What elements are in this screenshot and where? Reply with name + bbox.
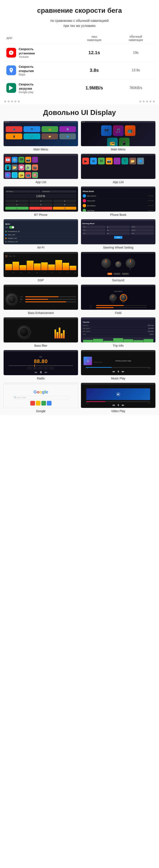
menu-icon[interactable]: 🔷	[59, 133, 76, 140]
app-icon[interactable]: 🌐	[12, 172, 17, 178]
bass-slider-track[interactable]	[25, 302, 76, 302]
menu-icon-large[interactable]: 🎵	[113, 125, 124, 136]
radio-preset-3[interactable]: 94.4	[38, 367, 43, 369]
keypad-1[interactable]: 1	[5, 199, 29, 203]
bass-filter-bar[interactable]	[56, 332, 58, 338]
app-icon[interactable]: 🗺	[18, 157, 25, 163]
app-icon[interactable]: ▶	[82, 158, 89, 164]
screen-thumb-trip-info[interactable]: Trip Info Distance 125.4 km Avg Speed 62…	[81, 317, 156, 343]
menu-icon-large[interactable]: 📻	[107, 138, 118, 146]
keypad-2[interactable]: 2	[29, 199, 52, 203]
menu-icon[interactable]: 📱	[6, 133, 22, 140]
music-next-button[interactable]: ⏭	[122, 370, 124, 373]
app-icon[interactable]: 🔊	[25, 164, 31, 170]
eq-bar-8[interactable]	[55, 260, 62, 271]
video-play-pause-button[interactable]: ⏸	[117, 404, 120, 407]
bass-filter-bar[interactable]	[63, 330, 65, 338]
music-play-pause-button[interactable]: ⏸	[117, 370, 120, 373]
wifi-network-item[interactable]: Office_WiFi ›	[5, 233, 76, 237]
video-play-overlay[interactable]: ▶	[116, 392, 120, 396]
screen-thumb-video-play[interactable]: ▶ 0:45 2:30 ⏮ ⏸ ⏭	[81, 382, 156, 408]
field-knob-1[interactable]	[109, 294, 117, 302]
google-search-bar[interactable]: 🔍 Search or speak	[12, 396, 69, 399]
app-icon[interactable]: 🎯	[32, 172, 38, 178]
screen-thumb-surround[interactable]: L R Hall Concert	[81, 252, 156, 277]
keypad-5[interactable]: 5	[29, 203, 52, 206]
menu-icon-large[interactable]: 📺	[125, 125, 135, 136]
video-next-button[interactable]: ⏭	[122, 404, 124, 407]
app-icon[interactable]: 📻	[18, 172, 25, 178]
screen-thumb-music-play[interactable]: ♫ Birthday Surprise Today Unknown Artist…	[81, 350, 156, 375]
wifi-network-item[interactable]: HomeNetwork_5G ›	[5, 230, 76, 233]
menu-icon[interactable]: 📻	[42, 126, 58, 132]
menu-icon[interactable]: 📺	[6, 126, 22, 132]
google-app-gmail[interactable]	[30, 401, 35, 406]
menu-icon-large[interactable]: 📱	[119, 138, 129, 146]
surround-knob-right[interactable]	[126, 258, 135, 268]
menu-icon[interactable]: 🎵	[24, 133, 40, 140]
app-icon[interactable]: ⚙	[90, 158, 97, 164]
mode-button-stadium[interactable]: Stadium	[122, 273, 129, 275]
bass-filter-bar[interactable]	[59, 328, 61, 338]
field-slider-track[interactable]	[96, 305, 147, 306]
field-knob-2[interactable]	[120, 294, 127, 302]
app-icon[interactable]: 📷	[106, 158, 113, 164]
app-icon[interactable]: 🎵	[114, 158, 120, 164]
menu-icon[interactable]: 📂	[42, 133, 58, 140]
app-icon[interactable]: 📂	[12, 164, 17, 170]
app-icon[interactable]: 📷	[25, 157, 31, 163]
eq-bar-6[interactable]	[41, 262, 48, 271]
dsp-tab[interactable]: Bass	[9, 255, 12, 257]
sw-save-button[interactable]: Save	[114, 236, 123, 239]
phonebook-item[interactable]: Bob Williams +1 555 123	[83, 203, 154, 208]
radio-prev-button[interactable]: ⏮	[34, 370, 37, 374]
video-progress-bar[interactable]	[86, 401, 150, 402]
eq-bar-1[interactable]	[5, 264, 12, 271]
menu-icon-large[interactable]: 🗺	[101, 125, 112, 136]
screen-thumb-bt-phone[interactable]: BT Phone Connected 100% 1 2 3 4 5 6	[3, 186, 78, 212]
keypad-6[interactable]: 6	[53, 203, 76, 206]
mode-button-hall[interactable]: Hall	[108, 273, 112, 275]
eq-bar-10[interactable]	[70, 266, 76, 271]
radio-preset-1[interactable]: 87.5	[27, 367, 32, 369]
app-icon[interactable]: T	[121, 158, 128, 164]
app-icon[interactable]: 📱	[5, 164, 11, 170]
app-icon[interactable]: 📂	[129, 158, 136, 164]
end-button[interactable]: 📵	[29, 207, 52, 210]
call-button[interactable]: 📞	[5, 207, 29, 210]
google-app-maps[interactable]	[36, 401, 40, 406]
field-slider-track[interactable]	[96, 307, 147, 308]
bass-filter-bar[interactable]	[61, 333, 63, 338]
screen-thumb-main-menu-1[interactable]: 📺 🗺 📻 ⚙️ 📱 🎵 📂 🔷	[3, 121, 78, 146]
app-icon[interactable]: 📺	[25, 172, 31, 178]
music-prev-button[interactable]: ⏮	[112, 370, 115, 373]
screen-thumb-wifi[interactable]: WI-FI WiFi HomeNetwork_5G ›	[3, 219, 78, 245]
music-progress-bar[interactable]	[86, 367, 151, 368]
wifi-network-item[interactable]: Neighbor_Net ›	[5, 237, 76, 240]
radio-play-button[interactable]: ⏸	[39, 370, 42, 374]
radio-next-button[interactable]: ⏭	[44, 370, 47, 374]
phonebook-item[interactable]: Maria Smith +1 987 654	[83, 198, 154, 203]
video-prev-button[interactable]: ⏮	[112, 404, 115, 407]
app-icon[interactable]: 💬	[18, 164, 25, 170]
radio-preset-2[interactable]: 88.8	[33, 367, 37, 369]
screen-thumb-bass-filter[interactable]: LPF HPF	[3, 317, 78, 343]
eq-bar-5[interactable]	[34, 264, 41, 270]
app-icon[interactable]: 📧	[5, 157, 11, 163]
bass-slider-track[interactable]	[25, 299, 76, 300]
mode-button-concert[interactable]: Concert	[113, 273, 120, 275]
wifi-toggle[interactable]	[9, 226, 14, 228]
bass-filter-bar[interactable]	[54, 330, 56, 338]
dsp-tab[interactable]: 3D	[13, 255, 15, 257]
radio-preset-5[interactable]: 104.5	[49, 367, 54, 369]
phonebook-item[interactable]: Kate Davis +1 333 789	[83, 208, 154, 212]
keypad-3[interactable]: 3	[53, 199, 76, 203]
google-app-drive[interactable]	[41, 401, 46, 406]
dsp-tab-active[interactable]: EQ	[5, 255, 7, 257]
app-icon[interactable]: 🔷	[5, 172, 11, 178]
eq-bar-9[interactable]	[63, 263, 69, 270]
screen-thumb-field[interactable]: Field Effect Front Rear	[81, 284, 156, 310]
eq-bar-3[interactable]	[19, 265, 26, 270]
app-icon[interactable]: 🔷	[137, 158, 144, 164]
eq-bar-2[interactable]	[12, 262, 19, 271]
